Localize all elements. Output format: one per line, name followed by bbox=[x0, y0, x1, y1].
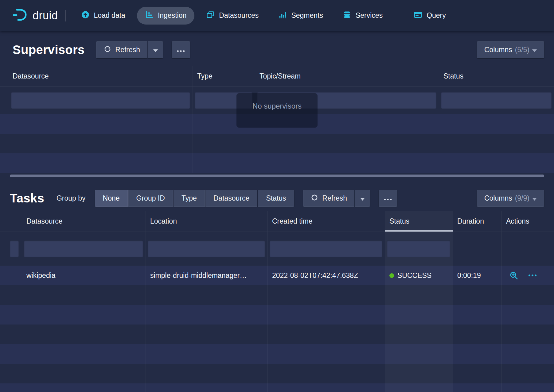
task-detail-button[interactable] bbox=[508, 270, 520, 281]
nav-item-label: Ingestion bbox=[158, 11, 186, 20]
tasks-refresh-button[interactable]: Refresh bbox=[303, 190, 355, 207]
task-status-filter-input[interactable] bbox=[387, 240, 450, 257]
query-icon bbox=[414, 10, 422, 21]
sup-topic-filter-input[interactable] bbox=[257, 92, 436, 109]
nav-item-segments[interactable]: Segments bbox=[270, 7, 331, 25]
nav-items: Load data Ingestion D bbox=[73, 7, 391, 25]
nav-item-label: Segments bbox=[291, 11, 323, 20]
caret-down-icon bbox=[360, 194, 365, 202]
table-row bbox=[0, 325, 554, 344]
table-row bbox=[0, 134, 554, 153]
nav-item-ingestion[interactable]: Ingestion bbox=[137, 7, 194, 25]
tasks-toolbar: Tasks Group by None Group ID Type Dataso… bbox=[0, 187, 554, 211]
supervisors-section: Supervisors Refresh bbox=[0, 31, 554, 178]
task-actions-cell bbox=[502, 266, 554, 285]
sup-header-topic-stream[interactable]: Topic/Stream bbox=[255, 66, 439, 86]
task-header-actions[interactable]: Actions bbox=[502, 211, 554, 232]
table-row bbox=[0, 153, 554, 173]
tasks-section: Tasks Group by None Group ID Type Dataso… bbox=[0, 187, 554, 392]
supervisors-more-button[interactable] bbox=[172, 41, 190, 58]
nav-item-label: Services bbox=[356, 11, 383, 20]
task-datasource-cell: wikipedia bbox=[22, 266, 146, 285]
task-row-wikipedia[interactable]: wikipedia simple-druid-middlemanager… 20… bbox=[0, 266, 554, 285]
datasources-icon bbox=[206, 10, 215, 21]
supervisors-toolbar: Supervisors Refresh bbox=[0, 31, 554, 66]
supervisors-title: Supervisors bbox=[13, 43, 85, 57]
nav-divider bbox=[65, 10, 66, 21]
task-id-filter-input[interactable] bbox=[10, 240, 19, 257]
sup-datasource-filter-input[interactable] bbox=[11, 92, 190, 109]
task-status-cell: SUCCESS bbox=[385, 266, 453, 285]
refresh-caret-button[interactable] bbox=[148, 41, 163, 58]
table-row bbox=[0, 305, 554, 325]
tasks-title: Tasks bbox=[10, 191, 44, 205]
task-duration-cell: 0:00:19 bbox=[453, 266, 502, 285]
columns-label: Columns bbox=[484, 194, 512, 202]
task-header-created-time[interactable]: Created time bbox=[268, 211, 385, 232]
sup-header-status[interactable]: Status bbox=[439, 66, 554, 86]
group-by-datasource-button[interactable]: Datasource bbox=[205, 190, 258, 207]
table-row bbox=[0, 364, 554, 383]
services-icon bbox=[343, 10, 351, 21]
segments-icon bbox=[278, 10, 287, 21]
tasks-filter-row bbox=[0, 232, 554, 266]
supervisors-refresh-split: Refresh bbox=[96, 41, 163, 58]
sup-header-type[interactable]: Type bbox=[193, 66, 255, 86]
table-row bbox=[0, 383, 554, 392]
druid-logo[interactable]: druid bbox=[12, 8, 58, 23]
group-by-group-id-button[interactable]: Group ID bbox=[128, 190, 173, 207]
navbar: druid Load data bbox=[0, 0, 554, 31]
supervisors-table: Datasource Type Topic/Stream Status No s… bbox=[0, 66, 554, 173]
task-row-more-button[interactable] bbox=[527, 273, 538, 278]
group-by-label: Group by bbox=[57, 194, 86, 202]
more-icon bbox=[528, 274, 537, 277]
refresh-button[interactable]: Refresh bbox=[96, 41, 148, 58]
nav-item-load-data[interactable]: Load data bbox=[73, 7, 133, 25]
tasks-refresh-split: Refresh bbox=[303, 190, 370, 207]
nav-item-label: Datasources bbox=[219, 11, 259, 20]
refresh-label: Refresh bbox=[322, 194, 347, 202]
caret-down-icon bbox=[153, 46, 158, 54]
group-by-type-button[interactable]: Type bbox=[174, 190, 205, 207]
task-header-location[interactable]: Location bbox=[146, 211, 268, 232]
task-header-gutter bbox=[10, 211, 22, 232]
refresh-label: Refresh bbox=[115, 46, 140, 54]
columns-count: (9/9) bbox=[515, 194, 529, 202]
nav-item-label: Load data bbox=[94, 11, 125, 20]
sup-header-datasource[interactable]: Datasource bbox=[0, 66, 193, 86]
brand-text: druid bbox=[33, 9, 58, 22]
nav-item-datasources[interactable]: Datasources bbox=[198, 7, 267, 25]
tasks-more-button[interactable] bbox=[379, 190, 397, 207]
horizontal-scrollbar bbox=[10, 175, 544, 178]
supervisors-columns-button[interactable]: Columns (5/5) bbox=[477, 41, 544, 58]
refresh-icon bbox=[103, 45, 111, 55]
ingestion-icon bbox=[145, 10, 154, 21]
nav-item-query[interactable]: Query bbox=[406, 7, 454, 25]
task-location-cell: simple-druid-middlemanager… bbox=[146, 266, 268, 285]
group-by-status-button[interactable]: Status bbox=[258, 190, 294, 207]
supervisors-header-row: Datasource Type Topic/Stream Status bbox=[0, 66, 554, 86]
columns-label: Columns bbox=[484, 46, 512, 54]
tasks-columns-button[interactable]: Columns (9/9) bbox=[477, 190, 544, 207]
more-icon bbox=[177, 46, 185, 54]
columns-count: (5/5) bbox=[515, 46, 529, 54]
sup-status-filter-input[interactable] bbox=[441, 92, 552, 109]
druid-logo-icon bbox=[12, 8, 28, 23]
task-header-status[interactable]: Status bbox=[385, 211, 453, 232]
load-data-icon bbox=[81, 10, 90, 21]
scrollbar-thumb[interactable] bbox=[10, 175, 544, 177]
task-location-filter-input[interactable] bbox=[148, 240, 265, 257]
tasks-refresh-caret-button[interactable] bbox=[355, 190, 370, 207]
nav-item-services[interactable]: Services bbox=[335, 7, 391, 25]
task-header-datasource[interactable]: Datasource bbox=[22, 211, 146, 232]
status-success-dot bbox=[389, 273, 394, 278]
tasks-table: Datasource Location Created time Status … bbox=[0, 211, 554, 392]
nav-divider bbox=[398, 10, 398, 21]
sup-type-filter-input[interactable] bbox=[195, 92, 252, 109]
more-icon bbox=[384, 194, 392, 202]
group-by-none-button[interactable]: None bbox=[95, 190, 128, 207]
table-row bbox=[0, 114, 554, 134]
task-header-duration[interactable]: Duration bbox=[453, 211, 502, 232]
task-created-time-filter-input[interactable] bbox=[270, 240, 382, 257]
task-datasource-filter-input[interactable] bbox=[24, 240, 143, 257]
